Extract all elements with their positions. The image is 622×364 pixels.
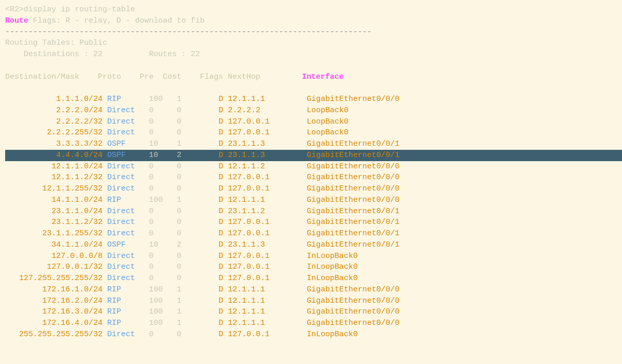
terminal-window: <R2>display ip routing-table Route Flags… xyxy=(5,4,622,364)
terminal-content: <R2>display ip routing-table Route Flags… xyxy=(5,4,622,340)
